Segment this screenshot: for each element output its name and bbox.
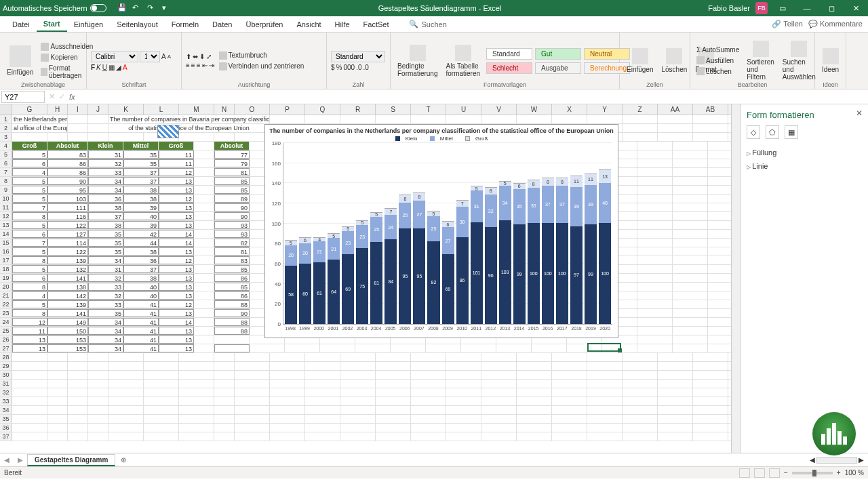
- cell[interactable]: [637, 327, 673, 335]
- cell[interactable]: [88, 424, 108, 432]
- cell[interactable]: [481, 424, 517, 432]
- zoom-out-icon[interactable]: −: [784, 469, 788, 476]
- redo-icon[interactable]: ↷: [147, 3, 157, 13]
- cell[interactable]: [658, 397, 693, 405]
- row-header[interactable]: 31: [0, 380, 12, 388]
- cell[interactable]: 81: [214, 247, 250, 256]
- cell[interactable]: [194, 256, 214, 264]
- tab-nav-prev[interactable]: ◀: [0, 456, 14, 464]
- cell[interactable]: [88, 362, 108, 370]
- cell[interactable]: [658, 432, 693, 441]
- cell[interactable]: [194, 336, 214, 344]
- cell[interactable]: 5: [12, 177, 47, 185]
- cell[interactable]: [214, 415, 235, 423]
- ideas-button[interactable]: Ideen: [819, 34, 842, 87]
- cell[interactable]: [305, 115, 340, 123]
- cell[interactable]: [693, 415, 728, 423]
- cell[interactable]: [637, 186, 673, 194]
- col-header[interactable]: V: [481, 104, 517, 115]
- cell[interactable]: [194, 177, 214, 185]
- chart-bar[interactable]: 86307: [456, 200, 469, 324]
- cell[interactable]: 13: [159, 291, 194, 300]
- cell[interactable]: [587, 388, 623, 396]
- cell[interactable]: [658, 124, 693, 132]
- cell[interactable]: [88, 432, 108, 441]
- cell[interactable]: 13: [159, 309, 194, 317]
- cell[interactable]: 33: [88, 168, 123, 176]
- cell[interactable]: 34: [88, 318, 123, 326]
- row-header[interactable]: 7: [0, 168, 12, 176]
- cell[interactable]: 111: [47, 203, 88, 211]
- cell[interactable]: 13: [159, 265, 194, 273]
- cell[interactable]: [446, 380, 481, 388]
- cell[interactable]: [270, 406, 305, 414]
- cell[interactable]: [108, 133, 144, 141]
- cell[interactable]: 93: [214, 221, 250, 229]
- col-header[interactable]: T: [411, 104, 446, 115]
- cell[interactable]: [481, 115, 517, 123]
- cell[interactable]: 83: [47, 150, 88, 159]
- cell[interactable]: [214, 406, 235, 414]
- cell[interactable]: al office of the European Union: [12, 124, 68, 132]
- chart-bar[interactable]: 69235: [342, 226, 354, 324]
- cell[interactable]: 13: [12, 336, 47, 344]
- cell[interactable]: [179, 133, 214, 141]
- cell[interactable]: 36: [88, 195, 123, 203]
- cell[interactable]: [673, 291, 708, 300]
- cell[interactable]: [693, 124, 728, 132]
- cell[interactable]: 42: [123, 230, 159, 238]
- cell[interactable]: [305, 380, 340, 388]
- cell[interactable]: 7: [12, 203, 47, 211]
- cell[interactable]: [108, 397, 144, 405]
- cell[interactable]: [411, 353, 446, 361]
- cell[interactable]: Absolut: [214, 142, 250, 150]
- cell[interactable]: [411, 362, 446, 370]
- cell[interactable]: [637, 247, 673, 256]
- page-break-view-icon[interactable]: [769, 468, 780, 478]
- autosave-toggle[interactable]: Automatisches Speichern: [3, 4, 106, 12]
- cell[interactable]: [673, 221, 708, 229]
- cell[interactable]: 12: [159, 256, 194, 264]
- cell[interactable]: [693, 371, 728, 379]
- row-header[interactable]: 23: [0, 309, 12, 317]
- cell[interactable]: [411, 380, 446, 388]
- qat-dropdown-icon[interactable]: ▾: [162, 3, 172, 13]
- cell[interactable]: [623, 406, 658, 414]
- cell[interactable]: [179, 397, 214, 405]
- cell[interactable]: [235, 406, 270, 414]
- row-header[interactable]: 19: [0, 274, 12, 282]
- cell[interactable]: [305, 415, 340, 423]
- font-name-select[interactable]: Calibri: [91, 51, 138, 62]
- cell[interactable]: [481, 380, 517, 388]
- cell[interactable]: [623, 362, 658, 370]
- cell[interactable]: [47, 353, 68, 361]
- chart-bar[interactable]: 60206: [299, 237, 311, 324]
- col-header[interactable]: N: [214, 104, 235, 115]
- cell[interactable]: [376, 432, 411, 441]
- cell[interactable]: [461, 344, 496, 352]
- cell[interactable]: [446, 388, 481, 396]
- cell[interactable]: [144, 415, 179, 423]
- cell[interactable]: [88, 115, 108, 123]
- zoom-slider[interactable]: [792, 472, 833, 474]
- cell[interactable]: 82: [214, 239, 250, 247]
- cell[interactable]: Groß: [12, 142, 47, 150]
- style-gut[interactable]: Gut: [535, 48, 581, 60]
- cell[interactable]: [340, 362, 376, 370]
- cell[interactable]: 83: [214, 256, 250, 264]
- cell[interactable]: 12: [159, 300, 194, 308]
- cell[interactable]: [68, 380, 88, 388]
- cell[interactable]: 32: [88, 159, 123, 167]
- cell[interactable]: [340, 380, 376, 388]
- cell[interactable]: [340, 397, 376, 405]
- cell[interactable]: [411, 415, 446, 423]
- chart-bar[interactable]: 95258: [399, 195, 411, 324]
- cell[interactable]: [68, 362, 88, 370]
- effects-tab-icon[interactable]: ⬠: [766, 125, 779, 139]
- user-avatar[interactable]: FB: [755, 2, 768, 14]
- cell[interactable]: [68, 415, 88, 423]
- cell[interactable]: 7: [12, 239, 47, 247]
- col-header[interactable]: Y: [587, 104, 623, 115]
- cell[interactable]: [68, 406, 88, 414]
- cell[interactable]: 37: [123, 168, 159, 176]
